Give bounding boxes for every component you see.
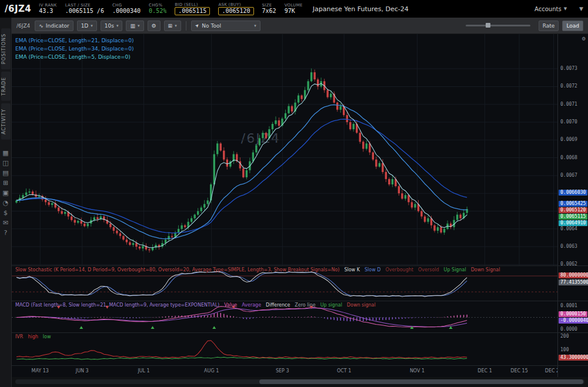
chart-toolbar: /6JZ4 ∿ Indicator 1D ▾ 10s ▾ ▥ ▾	[12, 18, 588, 34]
price-badge: 0.0066030	[559, 190, 587, 196]
price-badge: 0.0065115	[559, 214, 587, 220]
price-tick: 0.0073	[560, 66, 577, 72]
quote-field-label: IV Rank	[39, 3, 56, 8]
accounts-dropdown[interactable]: Accounts ▼	[534, 6, 567, 12]
quote-field-label: Volume	[285, 3, 303, 8]
quote-fields: IV Rank43.3Last / Size.0065115 /6Chg.000…	[39, 2, 302, 15]
messages-icon[interactable]: ✉	[3, 220, 8, 226]
rate-button[interactable]: Rate	[539, 21, 559, 31]
quote-field: IV Rank43.3	[39, 3, 56, 15]
indicator-icon: ∿	[39, 23, 44, 29]
load-button[interactable]: Load	[562, 21, 583, 31]
price-plot-canvas[interactable]: EMA (Price=CLOSE, Length=21, Displace=0)…	[12, 34, 557, 265]
legend-item[interactable]: Difference	[266, 302, 290, 308]
macd-axis: 0.00010.00000.0000150-0.0000040	[557, 301, 588, 332]
main-region: POSITIONSTRADEACTIVITY ▦◫▤⊞▣◔$✉? /6JZ4 ∿…	[0, 18, 588, 387]
help-icon[interactable]: ?	[4, 230, 8, 236]
legend-item[interactable]: Down Signal	[471, 267, 500, 272]
list-icon[interactable]: ▤	[2, 170, 8, 176]
instrument-description: Japanese Yen Futures, Dec-24	[313, 5, 409, 13]
legend-item[interactable]: Slow K	[344, 267, 360, 272]
history-icon[interactable]: ◔	[3, 200, 9, 206]
interval-dropdown[interactable]: 10s ▾	[101, 21, 123, 31]
drawing-tool-dropdown[interactable]: ➤ No Tool ▾	[191, 21, 260, 31]
study-label[interactable]: EMA (Price=CLOSE, Length=5, Displace=0)	[15, 53, 134, 61]
legend-item[interactable]: Average	[242, 302, 261, 308]
timeframe-dropdown[interactable]: 1D ▾	[77, 21, 97, 31]
legend-item[interactable]: Oversold	[418, 267, 439, 272]
grid-icon: ⊞	[168, 23, 173, 29]
layout-icon[interactable]: ◫	[2, 160, 8, 166]
chart-settings-button[interactable]: ⚙	[148, 21, 161, 31]
sidebar-tab-positions[interactable]: POSITIONS	[1, 28, 11, 69]
axis-gear-icon[interactable]: ⚙	[582, 35, 586, 42]
price-tick: 0.0067	[560, 173, 577, 179]
time-label: DEC 1	[477, 368, 492, 373]
zoom-slider-thumb[interactable]	[486, 23, 490, 28]
legend-item[interactable]: Up Signal	[444, 267, 466, 272]
axis-tick: 0.0001	[560, 303, 577, 309]
zoom-slider[interactable]	[466, 25, 530, 26]
chevron-down-icon: ▾	[138, 23, 140, 28]
cash-icon[interactable]: $	[4, 210, 8, 216]
price-tick: 0.0068	[560, 155, 577, 161]
grid-layout-dropdown[interactable]: ⊞ ▾	[164, 21, 181, 31]
load-label: Load	[566, 23, 579, 29]
axis-tick: 0.0000	[560, 327, 577, 332]
chart-scrollbar	[12, 377, 588, 387]
axis-badge: -0.0000040	[559, 318, 588, 324]
quote-field: Bid (Sell).0065115	[175, 2, 210, 15]
quote-field-value: 0.52%	[149, 8, 166, 15]
left-sidebar: POSITIONSTRADEACTIVITY ▦◫▤⊞▣◔$✉?	[0, 18, 12, 387]
legend-item[interactable]: Zero line	[295, 302, 315, 308]
chevron-down-icon: ▾	[116, 23, 119, 28]
stochastic-plot-canvas[interactable]: Slow Stochastic (K Period=14, D Period=9…	[12, 266, 557, 301]
macd-plot-canvas[interactable]: MACD (Fast length=8, Slow length=21, MAC…	[12, 301, 557, 332]
quote-field-value: 97K	[285, 8, 303, 15]
axis-badge: 43.3000000	[559, 355, 588, 361]
quote-field-label: Last / Size	[65, 3, 104, 8]
legend-item[interactable]: Overbought	[385, 267, 413, 272]
indicator-button[interactable]: ∿ Indicator	[35, 21, 73, 31]
macd-panel: MACD (Fast length=8, Slow length=21, MAC…	[12, 301, 588, 332]
study-label[interactable]: EMA (Price=CLOSE, Length=34, Displace=0)	[15, 45, 134, 53]
chart-type-dropdown[interactable]: ▥ ▾	[126, 21, 143, 31]
legend-item[interactable]: low	[43, 334, 51, 339]
header-collapse-caret[interactable]: ▼	[579, 6, 583, 12]
legend-item[interactable]: Up signal	[320, 302, 342, 308]
ivr-panel: IVRhighlow 20010043.3000000	[12, 332, 588, 365]
study-label[interactable]: EMA (Price=CLOSE, Length=21, Displace=0)	[15, 36, 134, 45]
legend-item[interactable]: Slow D	[365, 267, 380, 272]
chart-content: /6JZ4 ∿ Indicator 1D ▾ 10s ▾ ▥ ▾	[12, 18, 588, 387]
ivr-header: IVRhighlow	[15, 334, 51, 339]
toolbar-divider	[186, 21, 186, 31]
app-window: /6JZ4 IV Rank43.3Last / Size.0065115 /6C…	[0, 0, 588, 387]
time-axis-stub	[557, 366, 588, 377]
sidebar-tab-trade[interactable]: TRADE	[1, 72, 11, 101]
chevron-down-icon: ▾	[254, 23, 256, 28]
legend-item[interactable]: Down signal	[347, 302, 376, 308]
scrollbar-thumb[interactable]	[259, 379, 583, 384]
time-label: DEC 15	[510, 368, 528, 373]
chevron-down-icon: ▾	[175, 23, 177, 28]
sidebar-tab-activity[interactable]: ACTIVITY	[1, 103, 11, 140]
legend-item[interactable]: Value	[224, 302, 237, 308]
candle-chart-icon: ▥	[130, 23, 135, 29]
indicator-label: Indicator	[46, 23, 69, 29]
legend-item[interactable]: high	[28, 334, 38, 339]
chart-widget-icon[interactable]: ▣	[2, 190, 8, 196]
price-tick: 0.0069	[560, 137, 577, 143]
time-label: SEP 3	[276, 368, 289, 373]
add-widget-icon[interactable]: ⊞	[3, 180, 8, 186]
price-axis[interactable]: ⚙ 0.00730.00720.00710.00700.00690.00680.…	[557, 34, 588, 265]
ivr-plot-canvas[interactable]: IVRhighlow	[12, 333, 557, 365]
price-tick: 0.0072	[560, 83, 577, 89]
chevron-down-icon: ▼	[564, 6, 567, 11]
price-tick: 0.0070	[560, 119, 577, 125]
axis-tick: 200	[560, 334, 569, 339]
chevron-down-icon: ▾	[91, 23, 93, 28]
time-label: AUG 1	[204, 368, 219, 373]
quote-field-label: Chg%	[149, 3, 166, 8]
watchlist-icon[interactable]: ▦	[2, 150, 8, 156]
quote-field: Last / Size.0065115 /6	[65, 3, 104, 15]
